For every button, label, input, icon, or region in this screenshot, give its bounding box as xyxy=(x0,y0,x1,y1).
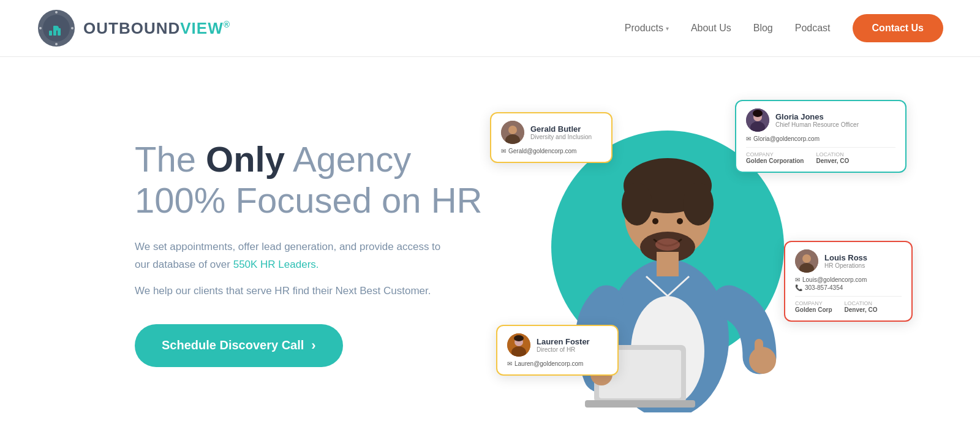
svg-point-17 xyxy=(652,218,658,224)
avatar-gerald xyxy=(501,121,524,144)
svg-point-9 xyxy=(39,27,42,29)
louis-email: ✉ Louis@goldencorp.com xyxy=(795,276,902,283)
hero-description-2: We help our clients that serve HR find t… xyxy=(135,285,441,297)
card-louis-ross: Louis Ross HR Operations ✉ Louis@goldenc… xyxy=(784,241,913,322)
gloria-footer: Company Golden Corporation Location Denv… xyxy=(746,147,895,164)
chevron-down-icon: ▾ xyxy=(666,25,669,32)
nav-podcast[interactable]: Podcast xyxy=(795,23,831,34)
louis-phone: 📞 303-857-4354 xyxy=(795,284,902,291)
svg-rect-5 xyxy=(58,28,61,36)
svg-rect-3 xyxy=(49,31,52,36)
contact-button[interactable]: Contact Us xyxy=(853,14,943,42)
svg-point-19 xyxy=(655,238,680,251)
hero-right: Gerald Butler Diversity and Inclusion ✉ … xyxy=(490,94,907,412)
card-gerald-butler: Gerald Butler Diversity and Inclusion ✉ … xyxy=(490,112,612,163)
nav-blog[interactable]: Blog xyxy=(753,23,773,34)
gerald-email: ✉ Gerald@goldencorp.com xyxy=(501,148,601,154)
avatar-louis xyxy=(795,249,818,273)
schedule-discovery-call-button[interactable]: Schedule Discovery Call › xyxy=(135,324,343,367)
logo-text: OUTBOUNDVIEW® xyxy=(83,19,230,38)
svg-point-40 xyxy=(514,335,524,341)
logo[interactable]: OUTBOUNDVIEW® xyxy=(37,9,230,48)
email-icon: ✉ xyxy=(507,360,512,367)
svg-rect-25 xyxy=(585,400,695,408)
nav-about[interactable]: About Us xyxy=(691,23,731,34)
email-icon: ✉ xyxy=(795,276,800,283)
svg-point-18 xyxy=(677,218,683,224)
avatar-gloria xyxy=(746,108,769,132)
svg-point-15 xyxy=(683,183,714,226)
logo-icon xyxy=(37,9,76,48)
hero-title: The Only Agency 100% Focused on HR xyxy=(135,139,482,221)
lauren-email: ✉ Lauren@goldencorp.com xyxy=(507,360,608,367)
louis-footer: Company Golden Corp Location Denver, CO xyxy=(795,296,902,313)
hero-section: The Only Agency 100% Focused on HR We se… xyxy=(0,57,980,440)
card-gloria-jones: Gloria Jones Chief Human Resource Office… xyxy=(735,100,907,173)
email-icon: ✉ xyxy=(501,148,506,154)
avatar-lauren xyxy=(507,333,530,357)
email-icon: ✉ xyxy=(746,135,751,142)
nav-products[interactable]: Products ▾ xyxy=(625,23,669,34)
svg-point-35 xyxy=(802,254,811,263)
arrow-icon: › xyxy=(311,338,315,354)
svg-rect-20 xyxy=(657,252,679,276)
svg-rect-4 xyxy=(53,26,56,36)
svg-point-33 xyxy=(753,110,763,117)
svg-rect-22 xyxy=(755,339,763,357)
phone-icon: 📞 xyxy=(795,284,802,291)
card-lauren-foster: Lauren Foster Director of HR ✉ Lauren@go… xyxy=(496,325,619,376)
svg-point-28 xyxy=(508,126,517,134)
navbar: OUTBOUNDVIEW® Products ▾ About Us Blog P… xyxy=(0,0,980,57)
hero-left: The Only Agency 100% Focused on HR We se… xyxy=(135,139,482,366)
svg-point-8 xyxy=(55,43,58,45)
nav-links: Products ▾ About Us Blog Podcast Contact… xyxy=(625,14,943,42)
svg-point-7 xyxy=(71,27,74,29)
svg-point-14 xyxy=(622,183,652,226)
gloria-email: ✉ Gloria@goldencorp.com xyxy=(746,135,895,142)
svg-point-6 xyxy=(55,11,58,13)
hero-description-1: We set appointments, offer lead generati… xyxy=(135,238,441,274)
